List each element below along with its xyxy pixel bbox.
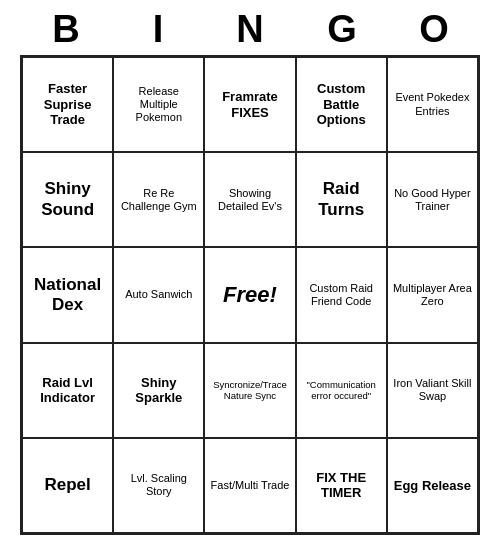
bingo-cell-3: Custom Battle Options: [296, 57, 387, 152]
bingo-letter-G: G: [319, 8, 365, 51]
bingo-cell-14: Multiplayer Area Zero: [387, 247, 478, 342]
bingo-cell-24: Egg Release: [387, 438, 478, 533]
bingo-cell-5: Shiny Sound: [22, 152, 113, 247]
bingo-cell-23: FIX THE TIMER: [296, 438, 387, 533]
bingo-cell-20: Repel: [22, 438, 113, 533]
bingo-cell-2: Framrate FIXES: [204, 57, 295, 152]
bingo-cell-17: Syncronize/Trace Nature Sync: [204, 343, 295, 438]
bingo-cell-10: National Dex: [22, 247, 113, 342]
bingo-cell-1: Release Multiple Pokemon: [113, 57, 204, 152]
bingo-cell-21: Lvl. Scaling Story: [113, 438, 204, 533]
bingo-cell-18: "Communication error occured": [296, 343, 387, 438]
bingo-cell-13: Custom Raid Friend Code: [296, 247, 387, 342]
bingo-cell-11: Auto Sanwich: [113, 247, 204, 342]
bingo-cell-15: Raid Lvl Indicator: [22, 343, 113, 438]
bingo-cell-8: Raid Turns: [296, 152, 387, 247]
bingo-cell-16: Shiny Sparkle: [113, 343, 204, 438]
bingo-cell-7: Showing Detailed Ev's: [204, 152, 295, 247]
bingo-cell-0: Faster Suprise Trade: [22, 57, 113, 152]
bingo-cell-6: Re Re Challenge Gym: [113, 152, 204, 247]
bingo-letter-B: B: [43, 8, 89, 51]
bingo-letter-N: N: [227, 8, 273, 51]
bingo-cell-19: Iron Valiant Skill Swap: [387, 343, 478, 438]
bingo-grid: Faster Suprise TradeRelease Multiple Pok…: [20, 55, 480, 535]
bingo-cell-9: No Good Hyper Trainer: [387, 152, 478, 247]
bingo-cell-22: Fast/Multi Trade: [204, 438, 295, 533]
bingo-cell-4: Event Pokedex Entries: [387, 57, 478, 152]
bingo-title: BINGO: [20, 0, 480, 55]
bingo-letter-O: O: [411, 8, 457, 51]
bingo-letter-I: I: [135, 8, 181, 51]
bingo-cell-12: Free!: [204, 247, 295, 342]
